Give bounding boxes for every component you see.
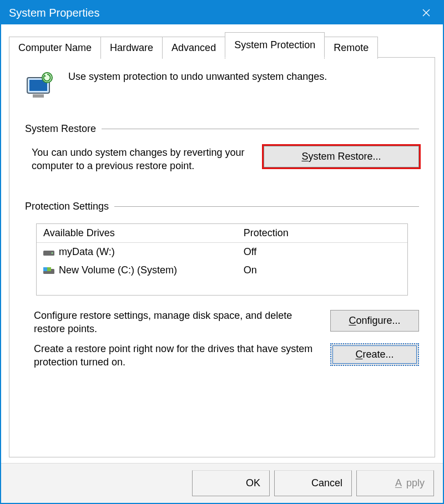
col-header-protection: Protection [244,227,401,239]
drive-protection: On [244,264,401,276]
cancel-button[interactable]: Cancel [274,470,352,496]
system-drive-icon [43,266,54,274]
dialog-footer: OK Cancel Apply [1,463,443,503]
divider [102,129,419,129]
hdd-icon [43,248,54,256]
configure-button[interactable]: Configure... [330,310,419,332]
restore-description: You can undo system changes by reverting… [32,146,247,173]
tab-strip: Computer Name Hardware Advanced System P… [9,32,435,57]
table-row[interactable]: myData (W:) Off [37,243,407,261]
drives-table: Available Drives Protection myData (W:) … [36,223,408,296]
svg-rect-11 [47,267,51,271]
close-icon[interactable] [410,1,443,24]
section-system-restore: System Restore [25,123,96,135]
divider [114,206,419,207]
intro-text: Use system protection to undo unwanted s… [68,71,327,83]
system-properties-window: System Properties Computer Name Hardware… [0,0,444,504]
tab-remote[interactable]: Remote [324,37,378,59]
tab-hardware[interactable]: Hardware [100,37,163,59]
svg-rect-4 [33,94,44,98]
configure-description: Configure restore settings, manage disk … [34,309,314,336]
drive-protection: Off [244,246,401,258]
system-restore-button[interactable]: System Restore... [264,146,419,167]
table-row[interactable]: New Volume (C:) (System) On [37,261,407,279]
tab-computer-name[interactable]: Computer Name [9,37,101,59]
create-button[interactable]: Create... [330,343,419,366]
section-protection-settings: Protection Settings [25,201,109,212]
drive-name: myData (W:) [59,246,115,258]
col-header-available-drives: Available Drives [43,227,244,239]
content-area: Computer Name Hardware Advanced System P… [1,24,443,463]
tab-system-protection[interactable]: System Protection [225,32,325,58]
apply-button[interactable]: Apply [356,470,434,496]
ok-button[interactable]: OK [192,470,270,496]
drive-name: New Volume (C:) (System) [59,264,177,276]
tab-panel: Use system protection to undo unwanted s… [9,57,435,457]
titlebar[interactable]: System Properties [1,1,443,24]
window-title: System Properties [9,7,99,19]
svg-point-8 [52,252,53,254]
svg-rect-10 [43,267,47,271]
system-protection-icon [25,71,56,101]
tab-advanced[interactable]: Advanced [162,37,225,59]
create-description: Create a restore point right now for the… [34,342,314,369]
